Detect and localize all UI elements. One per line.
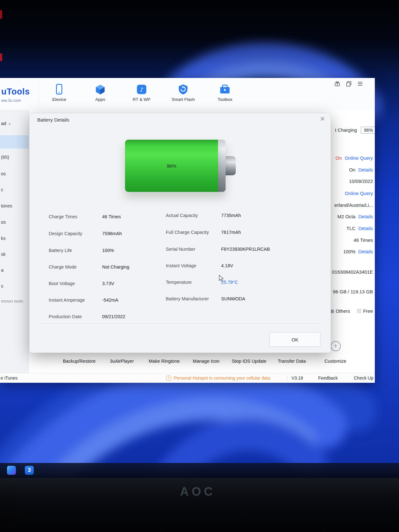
detail-row-temperature: Temperature 25.79°C xyxy=(30,280,331,286)
tool-backup-restore[interactable]: Backup/Restore xyxy=(63,359,95,364)
nav-rt-wp[interactable]: ♪ RT & WP xyxy=(133,83,150,102)
menu-icon[interactable] xyxy=(357,80,363,87)
charging-status-row: t Charging96% xyxy=(335,127,375,134)
storage-row: 96 GB / 119.13 GB xyxy=(333,289,373,294)
sales-region-value: erland/Austria/Li... xyxy=(334,202,373,208)
windows-taskbar: 3 xyxy=(0,463,399,478)
sidebar-item[interactable]: tones xyxy=(1,203,12,208)
detail-row: Instant Voltage 4.18V xyxy=(30,263,331,270)
close-icon[interactable]: × xyxy=(320,114,325,123)
sidebar-item[interactable]: c xyxy=(1,187,3,192)
online-query-link[interactable]: Online Query xyxy=(345,155,373,161)
cpu-value: M2 Octa xyxy=(337,214,355,219)
battery-terminal xyxy=(225,156,236,175)
dialog-title: Battery Details xyxy=(37,117,69,123)
3utools-window: uTools ww.3u.com iDevice xyxy=(0,78,375,383)
taskbar-app-icon[interactable] xyxy=(7,466,16,475)
free-swatch xyxy=(357,309,361,313)
tool-customize[interactable]: Customize xyxy=(325,359,346,364)
app-logo-url: ww.3u.com xyxy=(1,98,21,103)
version-label: V3.18 xyxy=(291,375,303,381)
detail-label: Instant Voltage xyxy=(166,263,196,268)
sidebar-item[interactable]: (65) xyxy=(1,155,9,160)
tool-make-ringtone[interactable]: Make Ringtone xyxy=(149,359,180,364)
serial-fragment-value: 016308402A3401E xyxy=(332,269,373,275)
sidebar-section-common-tools: mmon tools xyxy=(1,299,23,304)
toolbox-icon xyxy=(219,83,231,95)
battery-details-dialog: Battery Details × 96% Charge Times 46 Ti… xyxy=(29,113,331,353)
statusbar-divider xyxy=(287,375,287,381)
tool-transfer-data[interactable]: Transfer Data xyxy=(278,359,306,364)
app-logo: uTools xyxy=(1,87,30,97)
monitor-bezel: AOC xyxy=(0,478,399,532)
sidebar-item[interactable]: s xyxy=(1,284,3,289)
shield-refresh-icon xyxy=(177,83,189,95)
warning-icon: ! xyxy=(166,375,172,381)
restore-window-icon[interactable] xyxy=(346,80,352,87)
tool-manage-icon[interactable]: Manage Icon xyxy=(193,359,220,364)
sidebar-item[interactable]: sk xyxy=(1,252,6,257)
storage-legend: Others Free xyxy=(325,308,373,314)
detail-value: 09/21/2022 xyxy=(102,314,125,319)
feedback-link[interactable]: Feedback xyxy=(318,375,338,381)
sidebar-item[interactable]: os xyxy=(1,171,6,176)
tool-stop-ios-update[interactable]: Stop iOS Update xyxy=(232,359,267,364)
nav-toolbox[interactable]: Toolbox xyxy=(218,83,233,102)
sidebar-header[interactable]: ad∨ xyxy=(1,121,11,126)
details-link[interactable]: Details xyxy=(358,226,373,231)
detail-label: Temperature xyxy=(166,280,192,285)
dialog-divider xyxy=(38,323,322,324)
detail-value: 7735mAh xyxy=(221,213,241,218)
device-info-row: OnDetails xyxy=(349,167,373,172)
nav-idevice[interactable]: iDevice xyxy=(52,83,66,102)
photo-artifact xyxy=(0,53,2,61)
gift-icon[interactable] xyxy=(334,80,340,87)
detail-label: Battery Manufacturer xyxy=(166,296,209,301)
detail-value: 4.18V xyxy=(221,263,233,268)
itunes-status[interactable]: e iTunes xyxy=(1,375,18,381)
device-info-row: TLCDetails xyxy=(346,226,373,231)
chevron-down-icon: ∨ xyxy=(8,122,11,126)
desktop-screen: uTools ww.3u.com iDevice xyxy=(0,0,399,478)
details-link[interactable]: Details xyxy=(358,214,373,219)
warning-glyph: ! xyxy=(168,376,170,380)
svg-text:♪: ♪ xyxy=(140,86,143,93)
ringtone-icon: ♪ xyxy=(136,83,148,95)
nav-label: RT & WP xyxy=(133,97,150,102)
sidebar-item[interactable]: a xyxy=(1,268,4,273)
date-value: 10/09/2022 xyxy=(349,178,373,184)
device-info-row: M2 OctaDetails xyxy=(337,214,373,219)
nav-smart-flash[interactable]: Smart Flash xyxy=(172,83,195,102)
check-update-link[interactable]: Check Up xyxy=(354,375,373,381)
details-link[interactable]: Details xyxy=(358,167,373,172)
sidebar-item[interactable]: ks xyxy=(1,236,6,241)
nav-apps[interactable]: Apps xyxy=(94,83,106,102)
battery-percent-badge: 96% xyxy=(361,127,375,134)
nav-label: Apps xyxy=(94,97,106,102)
legend-free-label: Free xyxy=(363,308,373,314)
charging-label: t Charging xyxy=(335,127,357,133)
online-query-link[interactable]: Online Query xyxy=(345,191,373,196)
legend-others-label: Others xyxy=(336,308,350,314)
device-info-row: OnOnline Query xyxy=(336,155,373,161)
phone-icon xyxy=(53,83,65,95)
detail-label: Full Charge Capacity xyxy=(166,230,209,235)
sidebar-header-label: ad xyxy=(1,121,6,126)
taskbar-3utools-icon[interactable]: 3 xyxy=(25,466,34,475)
battery-life-value: 100% xyxy=(343,249,355,254)
detail-value: SUNWODA xyxy=(221,296,245,301)
details-link[interactable]: Details xyxy=(358,249,373,254)
sidebar-item[interactable]: os xyxy=(1,220,6,225)
detail-label: Production Date xyxy=(49,314,82,319)
device-info-row: 016308402A3401E xyxy=(332,269,373,275)
app-toolbar: uTools ww.3u.com iDevice xyxy=(0,78,375,110)
plus-icon[interactable]: + xyxy=(331,341,341,351)
toolbar-separator xyxy=(39,82,39,106)
status-bar: e iTunes ! Personal Hotspot is consuming… xyxy=(0,373,375,383)
tool-3uairplayer[interactable]: 3uAirPlayer xyxy=(110,359,134,364)
detail-value: F8Y23930KPR1LRCAB xyxy=(221,247,270,252)
device-info-row: 100%Details xyxy=(343,249,373,254)
ok-button[interactable]: OK xyxy=(270,332,320,347)
battery-percent-label: 96% xyxy=(125,140,218,192)
photo-artifact xyxy=(0,10,2,19)
